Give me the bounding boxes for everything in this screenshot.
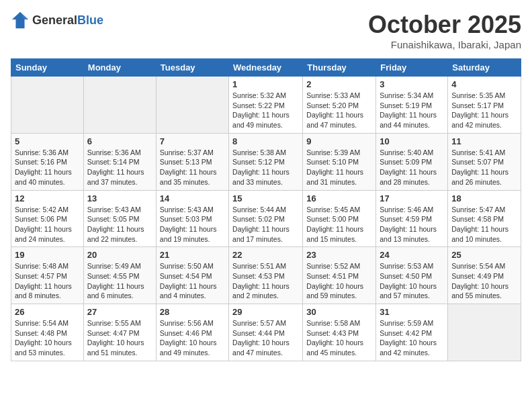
calendar-cell — [11, 77, 84, 134]
day-info: Sunrise: 5:48 AM Sunset: 4:57 PM Dayligh… — [15, 261, 80, 301]
day-number: 4 — [451, 79, 517, 89]
day-info: Sunrise: 5:40 AM Sunset: 5:09 PM Dayligh… — [380, 148, 444, 187]
day-info: Sunrise: 5:42 AM Sunset: 5:06 PM Dayligh… — [15, 205, 80, 244]
calendar-cell: 27Sunrise: 5:55 AM Sunset: 4:47 PM Dayli… — [83, 304, 156, 361]
day-number: 3 — [380, 79, 444, 89]
calendar-cell: 21Sunrise: 5:50 AM Sunset: 4:54 PM Dayli… — [156, 247, 228, 304]
day-number: 12 — [15, 193, 80, 203]
calendar-cell: 19Sunrise: 5:48 AM Sunset: 4:57 PM Dayli… — [11, 247, 84, 304]
day-info: Sunrise: 5:35 AM Sunset: 5:17 PM Dayligh… — [451, 91, 517, 130]
day-info: Sunrise: 5:38 AM Sunset: 5:12 PM Dayligh… — [232, 148, 299, 187]
day-number: 11 — [451, 136, 517, 146]
day-number: 13 — [87, 193, 152, 203]
day-number: 5 — [15, 136, 80, 146]
day-info: Sunrise: 5:55 AM Sunset: 4:47 PM Dayligh… — [87, 318, 152, 358]
day-number: 20 — [87, 250, 152, 260]
day-info: Sunrise: 5:32 AM Sunset: 5:22 PM Dayligh… — [232, 91, 299, 130]
day-info: Sunrise: 5:36 AM Sunset: 5:14 PM Dayligh… — [87, 148, 152, 187]
day-info: Sunrise: 5:51 AM Sunset: 4:53 PM Dayligh… — [232, 261, 299, 301]
logo-icon — [11, 11, 30, 30]
day-number: 21 — [160, 250, 225, 260]
day-info: Sunrise: 5:58 AM Sunset: 4:43 PM Dayligh… — [306, 318, 372, 358]
week-row-2: 5Sunrise: 5:36 AM Sunset: 5:16 PM Daylig… — [11, 133, 521, 190]
calendar-cell: 7Sunrise: 5:37 AM Sunset: 5:13 PM Daylig… — [156, 133, 228, 190]
week-row-4: 19Sunrise: 5:48 AM Sunset: 4:57 PM Dayli… — [11, 247, 521, 304]
day-number: 22 — [232, 250, 299, 260]
col-header-sunday: Sunday — [11, 59, 84, 77]
day-number: 9 — [306, 136, 372, 146]
calendar-cell: 24Sunrise: 5:53 AM Sunset: 4:50 PM Dayli… — [376, 247, 448, 304]
day-number: 27 — [87, 307, 152, 317]
logo-general: General — [32, 13, 77, 27]
day-info: Sunrise: 5:37 AM Sunset: 5:13 PM Dayligh… — [160, 148, 225, 187]
col-header-tuesday: Tuesday — [156, 59, 228, 77]
day-number: 15 — [232, 193, 299, 203]
day-number: 2 — [306, 79, 372, 89]
day-info: Sunrise: 5:52 AM Sunset: 4:51 PM Dayligh… — [306, 261, 372, 301]
day-info: Sunrise: 5:34 AM Sunset: 5:19 PM Dayligh… — [380, 91, 444, 130]
calendar-cell: 17Sunrise: 5:46 AM Sunset: 4:59 PM Dayli… — [376, 190, 448, 247]
day-number: 29 — [232, 307, 299, 317]
calendar-header-row: SundayMondayTuesdayWednesdayThursdayFrid… — [11, 59, 521, 77]
day-number: 10 — [380, 136, 444, 146]
day-number: 31 — [380, 307, 444, 317]
day-number: 17 — [380, 193, 444, 203]
calendar-cell: 23Sunrise: 5:52 AM Sunset: 4:51 PM Dayli… — [303, 247, 376, 304]
col-header-wednesday: Wednesday — [229, 59, 303, 77]
day-number: 6 — [87, 136, 152, 146]
day-info: Sunrise: 5:39 AM Sunset: 5:10 PM Dayligh… — [306, 148, 372, 187]
calendar-cell: 29Sunrise: 5:57 AM Sunset: 4:44 PM Dayli… — [229, 304, 303, 361]
day-info: Sunrise: 5:43 AM Sunset: 5:05 PM Dayligh… — [87, 205, 152, 244]
calendar-cell — [156, 77, 228, 134]
calendar-cell: 18Sunrise: 5:47 AM Sunset: 4:58 PM Dayli… — [448, 190, 521, 247]
logo: GeneralBlue — [11, 11, 103, 30]
day-info: Sunrise: 5:36 AM Sunset: 5:16 PM Dayligh… — [15, 148, 80, 187]
week-row-3: 12Sunrise: 5:42 AM Sunset: 5:06 PM Dayli… — [11, 190, 521, 247]
day-info: Sunrise: 5:43 AM Sunset: 5:03 PM Dayligh… — [160, 205, 225, 244]
col-header-thursday: Thursday — [303, 59, 376, 77]
day-info: Sunrise: 5:45 AM Sunset: 5:00 PM Dayligh… — [306, 205, 372, 244]
calendar-cell: 22Sunrise: 5:51 AM Sunset: 4:53 PM Dayli… — [229, 247, 303, 304]
day-info: Sunrise: 5:54 AM Sunset: 4:49 PM Dayligh… — [451, 261, 517, 301]
day-number: 16 — [306, 193, 372, 203]
day-info: Sunrise: 5:50 AM Sunset: 4:54 PM Dayligh… — [160, 261, 225, 301]
day-number: 14 — [160, 193, 225, 203]
logo-blue: Blue — [77, 13, 103, 27]
calendar-cell: 26Sunrise: 5:54 AM Sunset: 4:48 PM Dayli… — [11, 304, 84, 361]
calendar-cell — [448, 304, 521, 361]
page-header: GeneralBlue October 2025 Funaishikawa, I… — [11, 11, 521, 50]
day-number: 25 — [451, 250, 517, 260]
day-info: Sunrise: 5:56 AM Sunset: 4:46 PM Dayligh… — [160, 318, 225, 358]
day-info: Sunrise: 5:33 AM Sunset: 5:20 PM Dayligh… — [306, 91, 372, 130]
day-number: 30 — [306, 307, 372, 317]
day-info: Sunrise: 5:49 AM Sunset: 4:55 PM Dayligh… — [87, 261, 152, 301]
week-row-1: 1Sunrise: 5:32 AM Sunset: 5:22 PM Daylig… — [11, 77, 521, 134]
day-info: Sunrise: 5:59 AM Sunset: 4:42 PM Dayligh… — [380, 318, 444, 358]
day-number: 26 — [15, 307, 80, 317]
calendar-cell: 13Sunrise: 5:43 AM Sunset: 5:05 PM Dayli… — [83, 190, 156, 247]
day-number: 7 — [160, 136, 225, 146]
calendar-cell: 6Sunrise: 5:36 AM Sunset: 5:14 PM Daylig… — [83, 133, 156, 190]
day-number: 1 — [232, 79, 299, 89]
calendar-cell: 4Sunrise: 5:35 AM Sunset: 5:17 PM Daylig… — [448, 77, 521, 134]
day-number: 28 — [160, 307, 225, 317]
col-header-monday: Monday — [83, 59, 156, 77]
calendar-cell: 31Sunrise: 5:59 AM Sunset: 4:42 PM Dayli… — [376, 304, 448, 361]
calendar-cell: 28Sunrise: 5:56 AM Sunset: 4:46 PM Dayli… — [156, 304, 228, 361]
title-block: October 2025 Funaishikawa, Ibaraki, Japa… — [368, 11, 521, 50]
calendar-cell: 14Sunrise: 5:43 AM Sunset: 5:03 PM Dayli… — [156, 190, 228, 247]
calendar-cell — [83, 77, 156, 134]
day-info: Sunrise: 5:44 AM Sunset: 5:02 PM Dayligh… — [232, 205, 299, 244]
calendar-cell: 25Sunrise: 5:54 AM Sunset: 4:49 PM Dayli… — [448, 247, 521, 304]
calendar-cell: 12Sunrise: 5:42 AM Sunset: 5:06 PM Dayli… — [11, 190, 84, 247]
day-number: 23 — [306, 250, 372, 260]
calendar-cell: 2Sunrise: 5:33 AM Sunset: 5:20 PM Daylig… — [303, 77, 376, 134]
calendar-cell: 30Sunrise: 5:58 AM Sunset: 4:43 PM Dayli… — [303, 304, 376, 361]
calendar-cell: 10Sunrise: 5:40 AM Sunset: 5:09 PM Dayli… — [376, 133, 448, 190]
calendar-cell: 16Sunrise: 5:45 AM Sunset: 5:00 PM Dayli… — [303, 190, 376, 247]
calendar-cell: 5Sunrise: 5:36 AM Sunset: 5:16 PM Daylig… — [11, 133, 84, 190]
calendar-cell: 11Sunrise: 5:41 AM Sunset: 5:07 PM Dayli… — [448, 133, 521, 190]
calendar-cell: 15Sunrise: 5:44 AM Sunset: 5:02 PM Dayli… — [229, 190, 303, 247]
week-row-5: 26Sunrise: 5:54 AM Sunset: 4:48 PM Dayli… — [11, 304, 521, 361]
day-info: Sunrise: 5:41 AM Sunset: 5:07 PM Dayligh… — [451, 148, 517, 187]
